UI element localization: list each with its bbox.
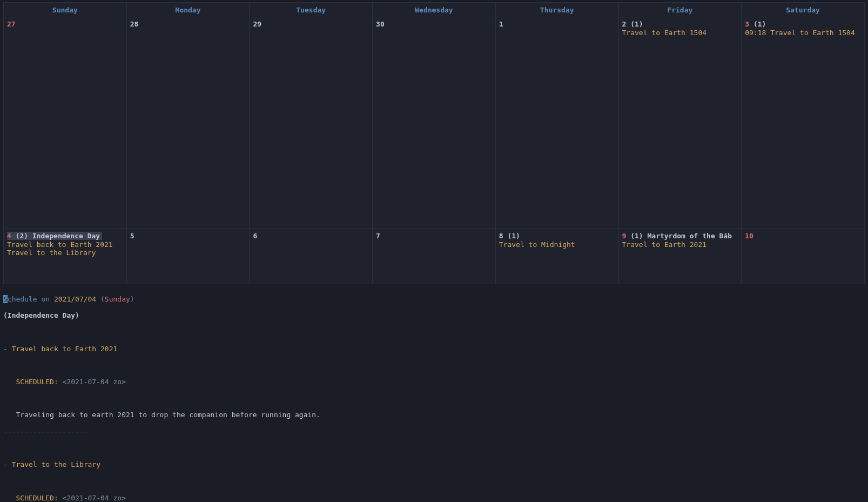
schedule-item[interactable]: - Travel to the Library [3, 460, 865, 468]
event[interactable]: Travel to Earth 2021 [622, 240, 738, 249]
event-count: (1) [507, 232, 520, 240]
th-friday: Friday [618, 3, 742, 17]
daynum: 8 [499, 232, 503, 240]
schedule-subtitle: (Independence Day) [3, 311, 865, 319]
event[interactable]: Travel to Earth 1504 [622, 29, 738, 37]
holiday-name: Independence Day [32, 232, 100, 240]
rule: -------------------- [3, 427, 865, 436]
calendar-week-2: 4 (2) Independence Day Travel back to Ea… [4, 229, 865, 284]
cell-jul-5[interactable]: 5 [126, 229, 250, 284]
schedule-day: Sunday [105, 295, 130, 303]
cell-jul-3[interactable]: 3 (1) 09:18 Travel to Earth 1504 [742, 17, 865, 229]
cell-jul-7[interactable]: 7 [373, 229, 496, 284]
schedule-item-title: Travel back to Earth 2021 [12, 345, 118, 353]
schedule-item[interactable]: - Travel back to Earth 2021 [3, 345, 865, 353]
daynum: 10 [745, 232, 753, 240]
schedule-body: Traveling back to earth 2021 to drop the… [3, 411, 865, 419]
daynum: 3 [745, 20, 749, 28]
text-cursor: S [3, 295, 8, 303]
daynum: 6 [253, 232, 257, 240]
th-saturday: Saturday [742, 3, 865, 17]
event-count: (1) [630, 232, 643, 240]
event-count: (2) [16, 232, 28, 240]
th-wednesday: Wednesday [373, 3, 496, 17]
cell-jul-9[interactable]: 9 (1) Martyrdom of the Báb Travel to Ear… [618, 229, 742, 284]
daynum: 4 [7, 232, 11, 240]
th-tuesday: Tuesday [250, 3, 373, 17]
event[interactable]: Travel back to Earth 2021 [7, 240, 123, 249]
schedule-title: Schedule on 2021/07/04 (Sunday) [3, 295, 865, 303]
cell-jun-28[interactable]: 28 [126, 17, 250, 229]
calendar-week-1: 27 28 29 30 1 2 (1) [4, 17, 865, 229]
schedule-scheduled-line: SCHEDULED: <2021-07-04 zo> [3, 494, 865, 502]
cell-jun-30[interactable]: 30 [373, 17, 496, 229]
cell-jun-27[interactable]: 27 [4, 17, 127, 229]
th-sunday: Sunday [4, 3, 127, 17]
holiday-name: Martyrdom of the Báb [647, 232, 732, 240]
calendar-header-row: Sunday Monday Tuesday Wednesday Thursday… [4, 3, 865, 17]
daynum: 29 [253, 20, 261, 28]
cell-jul-2[interactable]: 2 (1) Travel to Earth 1504 [618, 17, 742, 229]
daynum: 28 [130, 20, 139, 28]
daynum: 1 [499, 20, 503, 28]
event-count: (1) [630, 20, 643, 28]
schedule-date: 2021/07/04 [54, 295, 96, 303]
calendar: Sunday Monday Tuesday Wednesday Thursday… [0, 0, 868, 286]
daynum: 9 [622, 232, 627, 240]
cell-jul-1[interactable]: 1 [495, 17, 618, 229]
schedule-item-title: Travel to the Library [12, 460, 100, 468]
cell-jul-6[interactable]: 6 [250, 229, 373, 284]
daynum: 2 [622, 20, 627, 28]
calendar-grid[interactable]: Sunday Monday Tuesday Wednesday Thursday… [3, 2, 865, 284]
th-monday: Monday [126, 3, 250, 17]
schedule-scheduled-line: SCHEDULED: <2021-07-04 zo> [3, 378, 865, 386]
daynum: 27 [7, 20, 16, 28]
cell-jul-8[interactable]: 8 (1) Travel to Midnight [495, 229, 618, 284]
daynum: 5 [130, 232, 134, 240]
daynum: 7 [376, 232, 380, 240]
schedule-detail: Schedule on 2021/07/04 (Sunday) (Indepen… [0, 286, 868, 502]
cell-jul-10[interactable]: 10 [742, 229, 865, 284]
daynum: 30 [376, 20, 385, 28]
th-thursday: Thursday [495, 3, 618, 17]
event-count: (1) [753, 20, 766, 28]
cell-jul-4-selected[interactable]: 4 (2) Independence Day Travel back to Ea… [4, 229, 127, 284]
event[interactable]: Travel to the Library [7, 249, 123, 257]
event[interactable]: Travel to Midnight [499, 240, 615, 249]
event[interactable]: 09:18 Travel to Earth 1504 [745, 29, 861, 37]
cell-jun-29[interactable]: 29 [250, 17, 373, 229]
